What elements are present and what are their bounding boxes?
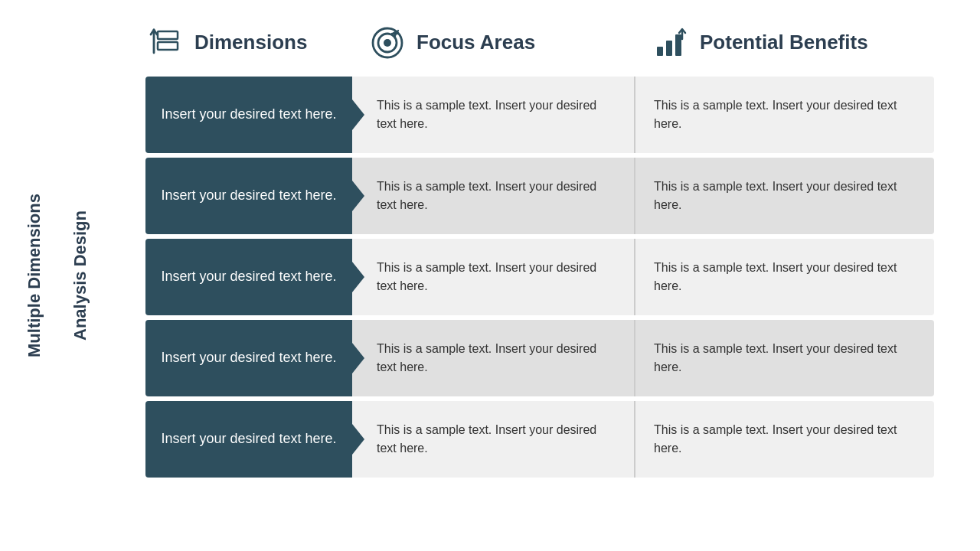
focus-label: Focus Areas <box>416 31 535 54</box>
header-row: Dimensions Focus Areas <box>145 23 934 63</box>
cell-dimensions: Insert your desired text here. <box>145 77 352 153</box>
svg-rect-10 <box>675 34 681 56</box>
benefits-icon <box>651 23 691 63</box>
cell-dimensions: Insert your desired text here. <box>145 401 352 478</box>
header-focus: Focus Areas <box>352 23 635 63</box>
cell-benefits: This is a sample text. Insert your desir… <box>635 320 934 396</box>
svg-rect-1 <box>158 31 178 39</box>
header-dimensions: Dimensions <box>145 23 352 63</box>
cell-focus: This is a sample text. Insert your desir… <box>352 77 635 153</box>
focus-icon <box>368 23 407 63</box>
svg-rect-9 <box>666 41 672 56</box>
cell-benefits: This is a sample text. Insert your desir… <box>635 239 934 315</box>
table-row: Insert your desired text here.This is a … <box>145 239 934 315</box>
cell-dimensions: Insert your desired text here. <box>145 158 352 234</box>
table-row: Insert your desired text here.This is a … <box>145 77 934 153</box>
table-row: Insert your desired text here.This is a … <box>145 320 934 396</box>
slide: Multiple Dimensions Analysis Design Dime… <box>0 0 980 551</box>
benefits-label: Potential Benefits <box>700 31 868 54</box>
cell-focus: This is a sample text. Insert your desir… <box>352 158 635 234</box>
svg-rect-8 <box>657 47 663 56</box>
cell-focus: This is a sample text. Insert your desir… <box>352 320 635 396</box>
dimensions-label: Dimensions <box>194 31 307 54</box>
header-benefits: Potential Benefits <box>635 23 934 63</box>
cell-benefits: This is a sample text. Insert your desir… <box>635 158 934 234</box>
cell-dimensions: Insert your desired text here. <box>145 239 352 315</box>
cell-benefits: This is a sample text. Insert your desir… <box>635 77 934 153</box>
vertical-title-line1: Multiple Dimensions <box>24 194 44 357</box>
vertical-title: Multiple Dimensions Analysis Design <box>24 194 90 357</box>
cell-focus: This is a sample text. Insert your desir… <box>352 239 635 315</box>
table-row: Insert your desired text here.This is a … <box>145 401 934 478</box>
svg-rect-2 <box>158 42 178 50</box>
table-row: Insert your desired text here.This is a … <box>145 158 934 234</box>
dimensions-icon <box>145 23 185 63</box>
cell-focus: This is a sample text. Insert your desir… <box>352 401 635 478</box>
table-area: Insert your desired text here.This is a … <box>145 77 934 478</box>
svg-point-5 <box>384 39 391 47</box>
vertical-title-line2: Analysis Design <box>70 210 90 341</box>
cell-benefits: This is a sample text. Insert your desir… <box>635 401 934 478</box>
cell-dimensions: Insert your desired text here. <box>145 320 352 396</box>
